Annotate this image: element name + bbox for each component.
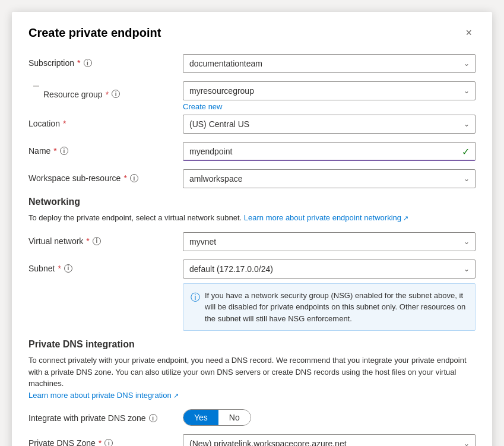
virtual-network-info-icon[interactable]: i [93, 237, 101, 245]
subnet-label: Subnet [28, 264, 55, 273]
resource-group-select[interactable]: myresourcegroup [183, 81, 476, 100]
create-private-endpoint-dialog: Create private endpoint × Subscription *… [12, 12, 492, 446]
resource-group-select-wrapper: myresourcegroup ⌄ [183, 81, 476, 100]
networking-title: Networking [28, 197, 476, 207]
name-check-icon: ✓ [462, 146, 470, 157]
private-dns-zone-select-wrapper: (New) privatelink.workspacecore.azure.ne… [183, 434, 476, 446]
virtual-network-control: myvnet ⌄ [183, 232, 476, 251]
close-button[interactable]: × [462, 26, 476, 39]
integrate-dns-info-icon[interactable]: i [149, 414, 157, 422]
nsg-info-icon: ⓘ [191, 290, 200, 325]
resource-group-control: myresourcegroup ⌄ Create new [183, 81, 476, 111]
workspace-sub-resource-control: amlworkspace ⌄ [183, 169, 476, 188]
dns-title: Private DNS integration [28, 339, 476, 350]
location-select-wrapper: (US) Central US ⌄ [183, 115, 476, 134]
dns-desc-text: To connect privately with your private e… [28, 356, 467, 388]
name-control: ✓ [183, 142, 476, 161]
workspace-sub-resource-select[interactable]: amlworkspace [183, 169, 476, 188]
subscription-row: Subscription * i documentationteam ⌄ [28, 54, 476, 73]
subnet-label-col: Subnet * i [28, 260, 183, 273]
workspace-sub-resource-label-col: Workspace sub-resource * i [28, 169, 183, 183]
name-required: * [53, 146, 56, 156]
private-dns-zone-row: Private DNS Zone * i (New) privatelink.w… [28, 434, 476, 446]
virtual-network-required: * [86, 236, 89, 246]
subscription-label-col: Subscription * i [28, 54, 183, 68]
virtual-network-label-col: Virtual network * i [28, 232, 183, 246]
workspace-sub-resource-label: Workspace sub-resource [28, 173, 121, 183]
nsg-info-box: ⓘ If you have a network security group (… [183, 283, 476, 331]
dns-desc: To connect privately with your private e… [28, 355, 476, 401]
workspace-sub-resource-info-icon[interactable]: i [130, 174, 138, 182]
nsg-info-text: If you have a network security group (NS… [205, 290, 468, 325]
workspace-sub-resource-select-wrapper: amlworkspace ⌄ [183, 169, 476, 188]
virtual-network-label: Virtual network [28, 236, 83, 246]
virtual-network-select[interactable]: myvnet [183, 232, 476, 251]
name-label-col: Name * i [28, 142, 183, 156]
subnet-select[interactable]: default (172.17.0.0/24) [183, 260, 476, 279]
dns-learn-more-link[interactable]: Learn more about private DNS integration [28, 391, 179, 400]
resource-group-label-col: Resource group * i [28, 81, 183, 99]
subscription-info-icon[interactable]: i [84, 59, 92, 67]
location-control: (US) Central US ⌄ [183, 115, 476, 134]
workspace-sub-resource-required: * [123, 173, 126, 183]
private-dns-zone-select[interactable]: (New) privatelink.workspacecore.azure.ne… [183, 434, 476, 446]
networking-learn-more-link[interactable]: Learn more about private endpoint networ… [244, 213, 408, 222]
name-label: Name [28, 146, 50, 156]
networking-desc-text: To deploy the private endpoint, select a… [28, 213, 242, 222]
name-input[interactable] [183, 142, 476, 161]
virtual-network-row: Virtual network * i myvnet ⌄ [28, 232, 476, 251]
private-dns-zone-label-col: Private DNS Zone * i [28, 434, 183, 446]
location-label-col: Location * [28, 115, 183, 128]
name-row: Name * i ✓ [28, 142, 476, 161]
subscription-control: documentationteam ⌄ [183, 54, 476, 73]
integrate-dns-label-col: Integrate with private DNS zone i [28, 409, 183, 423]
dialog-title: Create private endpoint [28, 26, 161, 40]
subnet-control: default (172.17.0.0/24) ⌄ ⓘ If you have … [183, 260, 476, 331]
create-new-link[interactable]: Create new [183, 102, 222, 111]
dialog-header: Create private endpoint × [28, 26, 476, 40]
networking-desc: To deploy the private endpoint, select a… [28, 212, 476, 224]
resource-group-row: Resource group * i myresourcegroup ⌄ Cre… [28, 81, 476, 111]
location-row: Location * (US) Central US ⌄ [28, 115, 476, 134]
resource-group-info-icon[interactable]: i [112, 90, 120, 98]
integrate-dns-yes-button[interactable]: Yes [183, 410, 218, 425]
networking-section: Networking To deploy the private endpoin… [28, 197, 476, 331]
subscription-select[interactable]: documentationteam [183, 54, 476, 73]
virtual-network-select-wrapper: myvnet ⌄ [183, 232, 476, 251]
private-dns-zone-info-icon[interactable]: i [104, 439, 113, 446]
private-dns-zone-required: * [99, 438, 102, 446]
location-select[interactable]: (US) Central US [183, 115, 476, 134]
integrate-dns-label: Integrate with private DNS zone [28, 413, 146, 423]
integrate-dns-toggle-group: Yes No [183, 409, 251, 426]
name-input-wrapper: ✓ [183, 142, 476, 161]
location-label: Location [28, 119, 60, 128]
subscription-label: Subscription [28, 58, 74, 68]
subnet-select-wrapper: default (172.17.0.0/24) ⌄ [183, 260, 476, 279]
resource-group-label: Resource group [43, 86, 103, 99]
integrate-dns-row: Integrate with private DNS zone i Yes No [28, 409, 476, 426]
subnet-info-icon[interactable]: i [64, 264, 72, 273]
integrate-dns-no-button[interactable]: No [218, 410, 251, 425]
integrate-dns-control: Yes No [183, 409, 476, 426]
private-dns-zone-control: (New) privatelink.workspacecore.azure.ne… [183, 434, 476, 446]
subnet-required: * [58, 264, 61, 273]
workspace-sub-resource-row: Workspace sub-resource * i amlworkspace … [28, 169, 476, 188]
resource-group-required: * [106, 86, 109, 99]
dns-section: Private DNS integration To connect priva… [28, 339, 476, 446]
location-required: * [63, 119, 66, 128]
subscription-select-wrapper: documentationteam ⌄ [183, 54, 476, 73]
private-dns-zone-label: Private DNS Zone [28, 438, 96, 446]
subscription-required: * [77, 58, 80, 68]
subnet-row: Subnet * i default (172.17.0.0/24) ⌄ ⓘ I… [28, 260, 476, 331]
name-info-icon[interactable]: i [60, 147, 68, 155]
